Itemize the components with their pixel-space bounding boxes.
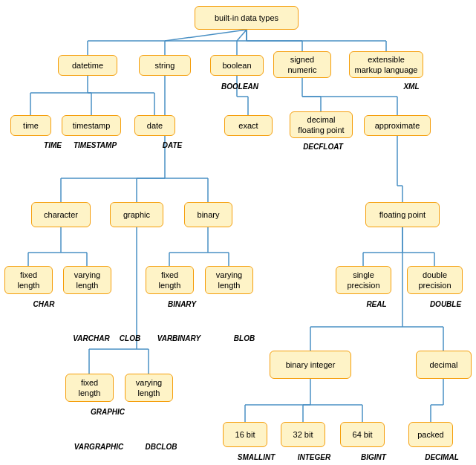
- node-bit32: 32 bit: [281, 422, 325, 447]
- node-time: time: [10, 115, 51, 136]
- label-decfloat: DECFLOAT: [290, 143, 356, 151]
- diagram-container: built-in data typesdatetimestringboolean…: [0, 0, 476, 465]
- node-binary_int: binary integer: [270, 351, 351, 379]
- node-string: string: [139, 55, 191, 76]
- node-xml: extensible markup language: [349, 51, 423, 78]
- label-smallint: SMALLINT: [223, 453, 290, 461]
- label-real: REAL: [343, 300, 410, 308]
- label-decimal: DECIMAL: [408, 453, 475, 461]
- label-bigint: BIGINT: [340, 453, 407, 461]
- label-blob: BLOB: [211, 334, 278, 342]
- node-bit64: 64 bit: [340, 422, 385, 447]
- node-boolean: boolean: [210, 55, 264, 76]
- node-packed: packed: [408, 422, 453, 447]
- node-graphic: graphic: [110, 202, 163, 227]
- label-varbinary: VARBINARY: [146, 334, 212, 342]
- node-varying_len_bin: varying length: [205, 266, 253, 294]
- node-floating_point: floating point: [365, 202, 440, 227]
- node-decimal_node: decimal: [416, 351, 472, 379]
- node-datetime: datetime: [58, 55, 117, 76]
- node-exact: exact: [224, 115, 273, 136]
- label-vargraphic: VARGRAPHIC: [65, 443, 132, 451]
- node-fixed_len_bin: fixed length: [146, 266, 194, 294]
- label-integer: INTEGER: [281, 453, 348, 461]
- label-graphic: GRAPHIC: [74, 408, 141, 416]
- label-dbclob: DBCLOB: [128, 443, 195, 451]
- label-boolean: BOOLEAN: [206, 82, 273, 91]
- node-fixed_len_char: fixed length: [4, 266, 53, 294]
- node-varying_len_char: varying length: [63, 266, 111, 294]
- label-timestamp: TIMESTAMP: [62, 141, 128, 149]
- node-approximate: approximate: [364, 115, 431, 136]
- node-single_prec: single precision: [336, 266, 391, 294]
- node-character: character: [31, 202, 91, 227]
- node-root: built-in data types: [195, 6, 299, 30]
- label-binary: BINARY: [149, 300, 215, 308]
- label-double: DOUBLE: [412, 300, 476, 308]
- node-double_prec: double precision: [407, 266, 463, 294]
- node-bit16: 16 bit: [223, 422, 267, 447]
- node-fixed_len_gr: fixed length: [65, 374, 114, 402]
- label-char: CHAR: [10, 300, 77, 308]
- node-varying_len_gr: varying length: [125, 374, 173, 402]
- svg-line-3: [165, 30, 247, 41]
- node-timestamp: timestamp: [62, 115, 121, 136]
- node-signed_numeric: signed numeric: [273, 51, 331, 78]
- node-binary: binary: [184, 202, 232, 227]
- svg-line-5: [237, 30, 247, 41]
- label-date: DATE: [139, 141, 206, 149]
- node-decfloat: decimal floating point: [290, 111, 353, 138]
- label-xml: XML: [378, 82, 445, 91]
- node-date: date: [134, 115, 175, 136]
